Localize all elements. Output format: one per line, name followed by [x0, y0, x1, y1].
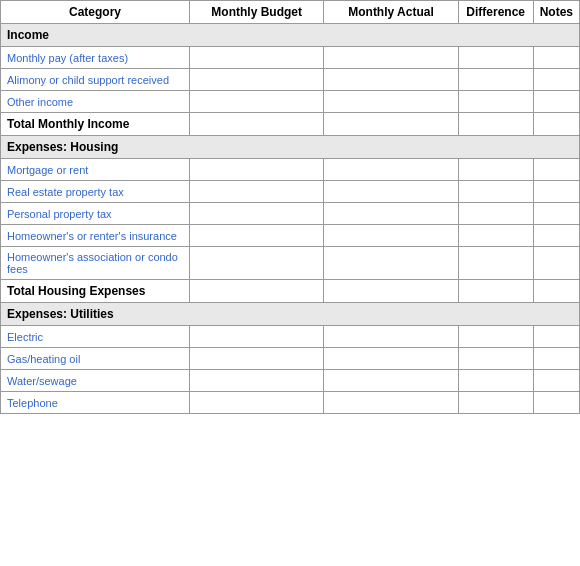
data-cell-personal-property-tax-2[interactable]	[458, 203, 533, 225]
data-row-other-income: Other income	[1, 91, 580, 113]
data-cell-real-estate-tax-0[interactable]	[190, 181, 324, 203]
category-label-telephone: Telephone	[1, 392, 190, 414]
data-cell-water-sewage-2[interactable]	[458, 370, 533, 392]
data-cell-alimony-2[interactable]	[458, 69, 533, 91]
header-budget: Monthly Budget	[190, 1, 324, 24]
section-label-expenses-housing-header: Expenses: Housing	[1, 136, 580, 159]
data-cell-hoa-fees-2[interactable]	[458, 247, 533, 280]
section-label-expenses-utilities-header: Expenses: Utilities	[1, 303, 580, 326]
data-cell-alimony-3[interactable]	[533, 69, 579, 91]
data-row-real-estate-tax: Real estate property tax	[1, 181, 580, 203]
header-difference: Difference	[458, 1, 533, 24]
data-cell-water-sewage-1[interactable]	[324, 370, 458, 392]
data-cell-real-estate-tax-3[interactable]	[533, 181, 579, 203]
data-cell-monthly-pay-3[interactable]	[533, 47, 579, 69]
category-label-hoa-fees: Homeowner's association or condo fees	[1, 247, 190, 280]
total-label-total-housing: Total Housing Expenses	[1, 280, 190, 303]
data-cell-telephone-2[interactable]	[458, 392, 533, 414]
data-cell-monthly-pay-1[interactable]	[324, 47, 458, 69]
category-label-alimony: Alimony or child support received	[1, 69, 190, 91]
data-row-water-sewage: Water/sewage	[1, 370, 580, 392]
data-cell-other-income-1[interactable]	[324, 91, 458, 113]
total-label-total-monthly-income: Total Monthly Income	[1, 113, 190, 136]
category-label-homeowners-insurance: Homeowner's or renter's insurance	[1, 225, 190, 247]
data-cell-hoa-fees-0[interactable]	[190, 247, 324, 280]
data-cell-hoa-fees-3[interactable]	[533, 247, 579, 280]
category-label-real-estate-tax: Real estate property tax	[1, 181, 190, 203]
data-cell-personal-property-tax-3[interactable]	[533, 203, 579, 225]
data-cell-personal-property-tax-0[interactable]	[190, 203, 324, 225]
total-cell-total-housing-1[interactable]	[324, 280, 458, 303]
data-row-homeowners-insurance: Homeowner's or renter's insurance	[1, 225, 580, 247]
data-cell-gas-heating-2[interactable]	[458, 348, 533, 370]
category-label-water-sewage: Water/sewage	[1, 370, 190, 392]
data-cell-telephone-1[interactable]	[324, 392, 458, 414]
header-actual: Monthly Actual	[324, 1, 458, 24]
data-cell-water-sewage-0[interactable]	[190, 370, 324, 392]
category-label-gas-heating: Gas/heating oil	[1, 348, 190, 370]
data-cell-gas-heating-1[interactable]	[324, 348, 458, 370]
data-row-electric: Electric	[1, 326, 580, 348]
category-label-mortgage-rent: Mortgage or rent	[1, 159, 190, 181]
data-cell-gas-heating-3[interactable]	[533, 348, 579, 370]
data-row-gas-heating: Gas/heating oil	[1, 348, 580, 370]
data-cell-mortgage-rent-1[interactable]	[324, 159, 458, 181]
data-cell-real-estate-tax-1[interactable]	[324, 181, 458, 203]
budget-table: Category Monthly Budget Monthly Actual D…	[0, 0, 580, 414]
section-header-expenses-housing-header: Expenses: Housing	[1, 136, 580, 159]
data-cell-real-estate-tax-2[interactable]	[458, 181, 533, 203]
data-cell-homeowners-insurance-2[interactable]	[458, 225, 533, 247]
data-cell-personal-property-tax-1[interactable]	[324, 203, 458, 225]
header-notes: Notes	[533, 1, 579, 24]
category-label-personal-property-tax: Personal property tax	[1, 203, 190, 225]
category-label-other-income: Other income	[1, 91, 190, 113]
category-label-monthly-pay: Monthly pay (after taxes)	[1, 47, 190, 69]
data-cell-other-income-0[interactable]	[190, 91, 324, 113]
total-cell-total-monthly-income-1[interactable]	[324, 113, 458, 136]
data-cell-electric-1[interactable]	[324, 326, 458, 348]
total-cell-total-monthly-income-0[interactable]	[190, 113, 324, 136]
total-cell-total-monthly-income-2[interactable]	[458, 113, 533, 136]
data-cell-alimony-0[interactable]	[190, 69, 324, 91]
data-cell-gas-heating-0[interactable]	[190, 348, 324, 370]
data-row-hoa-fees: Homeowner's association or condo fees	[1, 247, 580, 280]
category-label-electric: Electric	[1, 326, 190, 348]
data-cell-electric-2[interactable]	[458, 326, 533, 348]
data-cell-mortgage-rent-2[interactable]	[458, 159, 533, 181]
total-row-total-housing: Total Housing Expenses	[1, 280, 580, 303]
data-cell-mortgage-rent-0[interactable]	[190, 159, 324, 181]
data-cell-electric-3[interactable]	[533, 326, 579, 348]
section-label-income-header: Income	[1, 24, 580, 47]
total-cell-total-housing-2[interactable]	[458, 280, 533, 303]
data-cell-homeowners-insurance-0[interactable]	[190, 225, 324, 247]
data-cell-electric-0[interactable]	[190, 326, 324, 348]
data-cell-mortgage-rent-3[interactable]	[533, 159, 579, 181]
total-row-total-monthly-income: Total Monthly Income	[1, 113, 580, 136]
data-cell-monthly-pay-0[interactable]	[190, 47, 324, 69]
data-cell-homeowners-insurance-3[interactable]	[533, 225, 579, 247]
header-category: Category	[1, 1, 190, 24]
data-cell-telephone-3[interactable]	[533, 392, 579, 414]
data-cell-other-income-2[interactable]	[458, 91, 533, 113]
total-cell-total-housing-3[interactable]	[533, 280, 579, 303]
data-row-telephone: Telephone	[1, 392, 580, 414]
data-cell-alimony-1[interactable]	[324, 69, 458, 91]
data-cell-monthly-pay-2[interactable]	[458, 47, 533, 69]
data-row-monthly-pay: Monthly pay (after taxes)	[1, 47, 580, 69]
data-cell-other-income-3[interactable]	[533, 91, 579, 113]
data-cell-telephone-0[interactable]	[190, 392, 324, 414]
data-row-personal-property-tax: Personal property tax	[1, 203, 580, 225]
total-cell-total-monthly-income-3[interactable]	[533, 113, 579, 136]
section-header-expenses-utilities-header: Expenses: Utilities	[1, 303, 580, 326]
section-header-income-header: Income	[1, 24, 580, 47]
data-cell-water-sewage-3[interactable]	[533, 370, 579, 392]
data-cell-hoa-fees-1[interactable]	[324, 247, 458, 280]
data-row-mortgage-rent: Mortgage or rent	[1, 159, 580, 181]
data-cell-homeowners-insurance-1[interactable]	[324, 225, 458, 247]
total-cell-total-housing-0[interactable]	[190, 280, 324, 303]
data-row-alimony: Alimony or child support received	[1, 69, 580, 91]
